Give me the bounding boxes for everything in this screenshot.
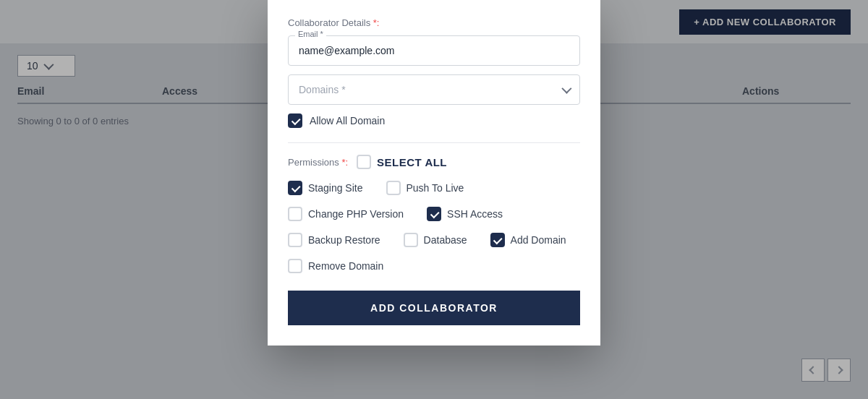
database-checkbox[interactable]	[404, 233, 418, 247]
permissions-grid: Staging Site Push To Live Change PHP Ver…	[288, 181, 580, 273]
remove-domain-checkbox[interactable]	[288, 259, 302, 273]
add-collaborator-modal: Collaborator Details *: Email * Domains …	[268, 0, 600, 346]
backup-restore-checkbox[interactable]	[288, 233, 302, 247]
permissions-label: Permissions *:	[288, 157, 348, 168]
modal-overlay: Collaborator Details *: Email * Domains …	[0, 0, 868, 399]
permissions-header: Permissions *: SELECT ALL	[288, 155, 580, 169]
add-collaborator-submit-label: ADD COLLABORATOR	[370, 302, 498, 314]
perm-remove-domain[interactable]: Remove Domain	[288, 259, 383, 273]
email-field-wrapper: Email *	[288, 35, 580, 66]
select-all-label: SELECT ALL	[377, 156, 447, 168]
perm-change-php[interactable]: Change PHP Version	[288, 207, 404, 221]
collaborator-details-label: Collaborator Details *:	[288, 17, 580, 28]
ssh-access-checkbox[interactable]	[427, 207, 441, 221]
select-all-checkbox[interactable]	[357, 155, 371, 169]
allow-all-domain-row: Allow All Domain	[288, 113, 580, 128]
allow-all-domain-checkbox[interactable]	[288, 113, 302, 128]
perm-row-2: Change PHP Version SSH Access	[288, 207, 580, 221]
perm-ssh-access[interactable]: SSH Access	[427, 207, 503, 221]
add-domain-checkbox[interactable]	[490, 233, 505, 247]
perm-add-domain[interactable]: Add Domain	[490, 233, 566, 247]
add-collaborator-submit-button[interactable]: ADD COLLABORATOR	[288, 291, 580, 325]
allow-all-domain-label: Allow All Domain	[310, 115, 385, 126]
perm-row-3: Backup Restore Database Add Domain	[288, 233, 580, 247]
select-all-area[interactable]: SELECT ALL	[357, 155, 447, 169]
domains-dropdown[interactable]: Domains *	[288, 74, 580, 105]
perm-row-4: Remove Domain	[288, 259, 580, 273]
email-input-label: Email *	[295, 30, 326, 38]
staging-site-checkbox[interactable]	[288, 181, 302, 195]
perm-push-to-live[interactable]: Push To Live	[386, 181, 464, 195]
domains-placeholder: Domains *	[299, 84, 346, 95]
perm-backup-restore[interactable]: Backup Restore	[288, 233, 380, 247]
perm-database[interactable]: Database	[404, 233, 467, 247]
email-input[interactable]	[288, 35, 580, 66]
perm-staging-site[interactable]: Staging Site	[288, 181, 363, 195]
perm-row-1: Staging Site Push To Live	[288, 181, 580, 195]
push-to-live-checkbox[interactable]	[386, 181, 401, 195]
domains-chevron-icon	[561, 84, 571, 94]
section-divider	[288, 142, 580, 143]
change-php-checkbox[interactable]	[288, 207, 302, 221]
